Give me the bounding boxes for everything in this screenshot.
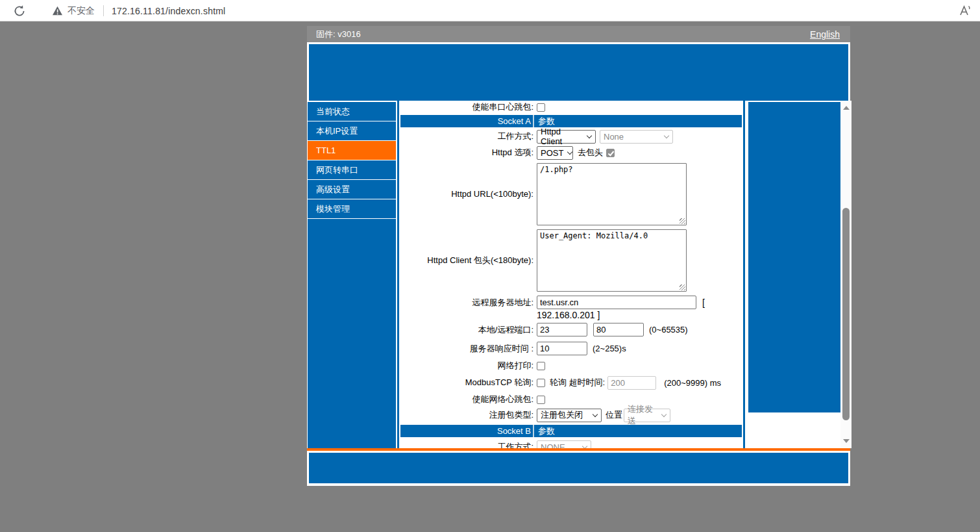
net-heartbeat-checkbox[interactable] xyxy=(537,396,545,404)
remote-port-input[interactable] xyxy=(593,323,644,336)
httpd-url-label: Httpd URL(<100byte): xyxy=(400,189,533,199)
sidebar-item-advanced[interactable]: 高级设置 xyxy=(308,180,396,199)
not-secure-warning-icon xyxy=(52,6,63,16)
chevron-down-icon xyxy=(593,411,598,416)
socket-a-header: Socket A 参数 xyxy=(400,115,742,127)
header-banner xyxy=(309,44,848,101)
modbus-poll-checkbox[interactable] xyxy=(537,379,545,387)
resolved-ip-text: 192.168.0.201 ] xyxy=(537,310,600,320)
remote-server-label: 远程服务器地址: xyxy=(400,297,533,309)
help-panel xyxy=(748,102,840,412)
scrollbar-thumb[interactable] xyxy=(842,208,850,420)
form-right-border xyxy=(743,101,745,448)
strip-header-label: 去包头 xyxy=(578,147,603,158)
work-mode-b-select[interactable]: NONE xyxy=(537,440,591,449)
response-time-hint: (2~255)s xyxy=(593,344,626,353)
response-time-label: 服务器响应时间 : xyxy=(400,343,533,355)
form-left-border xyxy=(397,101,399,448)
net-print-label: 网络打印: xyxy=(400,360,533,372)
net-print-checkbox[interactable] xyxy=(537,362,545,370)
work-mode-b-label: 工作方式: xyxy=(400,441,533,448)
chevron-down-icon xyxy=(582,443,587,448)
work-mode-label: 工作方式: xyxy=(400,131,533,142)
address-bar-divider xyxy=(103,5,104,16)
httpd-option-label: Httpd 选项: xyxy=(400,147,533,158)
socket-b-params-label: 参数 xyxy=(534,425,555,437)
work-mode-select[interactable]: Httpd Client xyxy=(537,130,596,144)
reload-icon[interactable] xyxy=(12,3,27,19)
modbus-poll-label: ModbusTCP 轮询: xyxy=(400,377,533,388)
sidebar-menu: 当前状态 本机IP设置 TTL1 网页转串口 高级设置 模块管理 xyxy=(308,102,396,448)
firmware-version-label: 固件: v3016 xyxy=(316,29,361,40)
security-status-label: 不安全 xyxy=(67,5,95,17)
work-mode-sub-select[interactable]: None xyxy=(600,130,673,144)
sidebar-item-web-to-serial[interactable]: 网页转串口 xyxy=(308,160,396,180)
sidebar-item-current-status[interactable]: 当前状态 xyxy=(308,102,396,121)
strip-header-checkbox[interactable] xyxy=(606,149,615,157)
modbus-timeout-label: 轮询 超时时间: xyxy=(550,377,605,388)
read-aloud-icon[interactable] xyxy=(958,4,972,17)
socket-a-params-label: 参数 xyxy=(534,116,555,127)
httpd-url-textarea[interactable]: /1.php? xyxy=(537,163,687,225)
regpkt-type-select[interactable]: 注册包关闭 xyxy=(537,409,602,422)
response-time-input[interactable] xyxy=(537,342,587,355)
socket-a-title: Socket A xyxy=(400,116,531,126)
resolved-ip-bracket: [ xyxy=(702,298,705,308)
english-language-link[interactable]: English xyxy=(810,29,840,40)
scrollbar-down-arrow-icon[interactable] xyxy=(843,439,850,443)
browser-toolbar: 不安全 172.16.11.81/indexcn.shtml xyxy=(0,0,980,21)
remote-server-input[interactable] xyxy=(537,296,696,309)
modbus-timeout-input[interactable] xyxy=(607,376,656,390)
regpkt-position-label: 位置 xyxy=(606,409,622,421)
sidebar-item-ttl1[interactable]: TTL1 xyxy=(308,141,396,160)
httpd-header-textarea[interactable]: User_Agent: Mozilla/4.0 xyxy=(537,229,687,292)
chevron-down-icon xyxy=(664,133,669,138)
socket-b-title: Socket B xyxy=(400,426,531,436)
address-bar[interactable]: 不安全 172.16.11.81/indexcn.shtml xyxy=(38,1,954,21)
ttl1-settings-form: 使能串口心跳包: Socket A 参数 工作方式: Httpd Client … xyxy=(400,101,742,448)
footer-band xyxy=(309,453,848,483)
ports-label: 本地/远程端口: xyxy=(400,324,533,336)
chevron-down-icon xyxy=(587,133,592,138)
httpd-header-label: Httpd Client 包头(<180byte): xyxy=(400,255,533,266)
chevron-down-icon xyxy=(661,411,667,416)
ports-range-hint: (0~65535) xyxy=(649,325,688,335)
url-text[interactable]: 172.16.11.81/indexcn.shtml xyxy=(112,6,225,16)
content-scrollbar[interactable] xyxy=(840,101,851,448)
serial-heartbeat-label: 使能串口心跳包: xyxy=(400,101,533,113)
page-titlebar: 固件: v3016 English xyxy=(307,26,850,42)
device-config-page: 固件: v3016 English 当前状态 本机IP设置 TTL1 网页转串口… xyxy=(307,26,850,486)
socket-b-header: Socket B 参数 xyxy=(400,425,742,437)
net-heartbeat-label: 使能网络心跳包: xyxy=(400,394,533,405)
sidebar-item-local-ip[interactable]: 本机IP设置 xyxy=(308,121,396,141)
httpd-method-select[interactable]: POST xyxy=(537,146,573,160)
scrollbar-up-arrow-icon[interactable] xyxy=(843,106,850,110)
serial-heartbeat-checkbox[interactable] xyxy=(537,103,545,112)
chevron-down-icon xyxy=(567,149,572,154)
sidebar-item-module-manage[interactable]: 模块管理 xyxy=(308,199,396,219)
resize-handle-icon[interactable] xyxy=(680,218,685,224)
local-port-input[interactable] xyxy=(537,323,587,336)
regpkt-type-label: 注册包类型: xyxy=(400,409,533,421)
footer-accent-rule xyxy=(307,448,850,451)
regpkt-position-select[interactable]: 连接发送 xyxy=(624,409,670,422)
resize-handle-icon[interactable] xyxy=(680,285,685,290)
modbus-range-hint: (200~9999) ms xyxy=(664,378,721,388)
